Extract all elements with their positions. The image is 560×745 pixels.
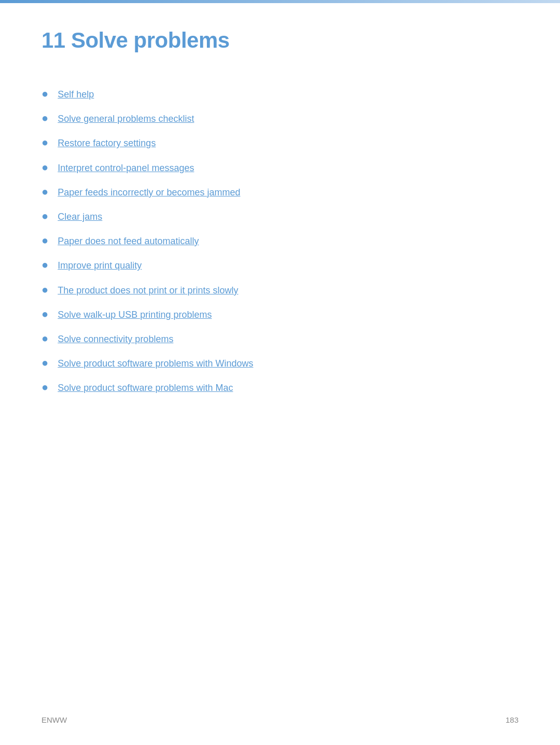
- list-item: ●The product does not print or it prints…: [41, 284, 519, 297]
- bullet-icon: ●: [41, 111, 48, 125]
- bullet-icon: ●: [41, 283, 48, 297]
- list-item: ●Solve walk-up USB printing problems: [41, 308, 519, 321]
- page-footer: ENWW 183: [41, 715, 519, 724]
- list-item: ●Paper does not feed automatically: [41, 235, 519, 248]
- list-item: ●Solve product software problems with Wi…: [41, 357, 519, 370]
- bullet-icon: ●: [41, 332, 48, 345]
- bullet-icon: ●: [41, 136, 48, 149]
- bullet-icon: ●: [41, 87, 48, 101]
- list-item: ●Restore factory settings: [41, 137, 519, 150]
- bullet-icon: ●: [41, 356, 48, 370]
- list-item: ●Solve product software problems with Ma…: [41, 382, 519, 395]
- bullet-icon: ●: [41, 209, 48, 223]
- toc-link-solve-general-problems-checklist[interactable]: Solve general problems checklist: [58, 113, 194, 125]
- toc-link-improve-print-quality[interactable]: Improve print quality: [58, 259, 142, 272]
- footer-right-label: 183: [506, 715, 519, 724]
- bullet-icon: ●: [41, 234, 48, 247]
- list-item: ●Interpret control-panel messages: [41, 162, 519, 175]
- toc-link-paper-feeds-incorrectly-or-becomes-jammed[interactable]: Paper feeds incorrectly or becomes jamme…: [58, 186, 240, 199]
- bullet-icon: ●: [41, 307, 48, 321]
- list-item: ●Solve general problems checklist: [41, 113, 519, 125]
- toc-link-solve-walk-up-usb-printing-problems[interactable]: Solve walk-up USB printing problems: [58, 308, 212, 321]
- list-item: ●Improve print quality: [41, 259, 519, 272]
- toc-link-solve-connectivity-problems[interactable]: Solve connectivity problems: [58, 333, 173, 346]
- toc-link-solve-product-software-problems-with-windows[interactable]: Solve product software problems with Win…: [58, 357, 253, 370]
- footer-left-label: ENWW: [41, 715, 67, 724]
- bullet-icon: ●: [41, 258, 48, 272]
- toc-link-paper-does-not-feed-automatically[interactable]: Paper does not feed automatically: [58, 235, 199, 248]
- bullet-icon: ●: [41, 185, 48, 199]
- list-item: ●Paper feeds incorrectly or becomes jamm…: [41, 186, 519, 199]
- list-item: ●Clear jams: [41, 210, 519, 223]
- list-item: ●Self help: [41, 88, 519, 101]
- bullet-icon: ●: [41, 161, 48, 174]
- bullet-icon: ●: [41, 381, 48, 394]
- toc-link-the-product-does-not-print-or-it-prints-slowly[interactable]: The product does not print or it prints …: [58, 284, 238, 297]
- toc-list: ●Self help●Solve general problems checkl…: [41, 88, 519, 395]
- chapter-title: 11 Solve problems: [41, 28, 519, 57]
- toc-link-interpret-control-panel-messages[interactable]: Interpret control-panel messages: [58, 162, 194, 175]
- toc-link-clear-jams[interactable]: Clear jams: [58, 210, 102, 223]
- toc-link-restore-factory-settings[interactable]: Restore factory settings: [58, 137, 156, 150]
- toc-link-self-help[interactable]: Self help: [58, 88, 94, 101]
- list-item: ●Solve connectivity problems: [41, 333, 519, 346]
- chapter-header: 11 Solve problems: [41, 28, 519, 57]
- toc-link-solve-product-software-problems-with-mac[interactable]: Solve product software problems with Mac: [58, 382, 233, 395]
